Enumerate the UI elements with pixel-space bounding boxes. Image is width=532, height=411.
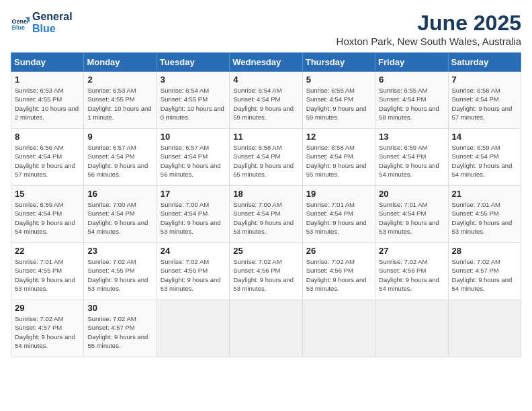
table-row: 16 Sunrise: 7:00 AM Sunset: 4:54 PM Dayl… (84, 186, 157, 243)
day-info: Sunrise: 6:57 AM Sunset: 4:54 PM Dayligh… (87, 143, 152, 179)
day-info: Sunrise: 7:01 AM Sunset: 4:55 PM Dayligh… (15, 257, 80, 293)
calendar-row: 8 Sunrise: 6:56 AM Sunset: 4:54 PM Dayli… (11, 129, 521, 186)
day-info: Sunrise: 6:59 AM Sunset: 4:54 PM Dayligh… (452, 143, 517, 179)
day-info: Sunrise: 7:02 AM Sunset: 4:57 PM Dayligh… (452, 257, 517, 293)
day-number: 5 (306, 75, 371, 85)
logo-line2: Blue (32, 23, 73, 35)
table-row: 28 Sunrise: 7:02 AM Sunset: 4:57 PM Dayl… (448, 243, 521, 300)
day-info: Sunrise: 6:56 AM Sunset: 4:54 PM Dayligh… (452, 86, 517, 122)
col-saturday: Saturday (448, 53, 521, 72)
day-info: Sunrise: 6:53 AM Sunset: 4:55 PM Dayligh… (15, 86, 80, 122)
day-number: 25 (233, 246, 298, 256)
header-row: Sunday Monday Tuesday Wednesday Thursday… (11, 53, 521, 72)
day-number: 14 (452, 132, 517, 142)
day-number: 8 (15, 132, 80, 142)
logo: General Blue General Blue (11, 11, 73, 35)
table-row: 14 Sunrise: 6:59 AM Sunset: 4:54 PM Dayl… (448, 129, 521, 186)
calendar-row: 29 Sunrise: 7:02 AM Sunset: 4:57 PM Dayl… (11, 300, 521, 357)
calendar-table: Sunday Monday Tuesday Wednesday Thursday… (11, 52, 521, 357)
table-row: 20 Sunrise: 7:01 AM Sunset: 4:54 PM Dayl… (375, 186, 448, 243)
empty-cell (157, 300, 229, 357)
col-monday: Monday (84, 53, 157, 72)
day-info: Sunrise: 6:57 AM Sunset: 4:54 PM Dayligh… (161, 143, 226, 179)
table-row: 2 Sunrise: 6:53 AM Sunset: 4:55 PM Dayli… (84, 72, 157, 129)
day-number: 15 (15, 189, 80, 199)
day-info: Sunrise: 7:00 AM Sunset: 4:54 PM Dayligh… (233, 200, 298, 236)
day-number: 23 (87, 246, 152, 256)
day-info: Sunrise: 6:56 AM Sunset: 4:54 PM Dayligh… (15, 143, 80, 179)
table-row: 6 Sunrise: 6:55 AM Sunset: 4:54 PM Dayli… (375, 72, 448, 129)
table-row: 13 Sunrise: 6:59 AM Sunset: 4:54 PM Dayl… (375, 129, 448, 186)
day-info: Sunrise: 6:54 AM Sunset: 4:55 PM Dayligh… (161, 86, 226, 122)
day-number: 7 (452, 75, 517, 85)
calendar-subtitle: Hoxton Park, New South Wales, Australia (337, 36, 521, 47)
table-row: 7 Sunrise: 6:56 AM Sunset: 4:54 PM Dayli… (448, 72, 521, 129)
table-row: 26 Sunrise: 7:02 AM Sunset: 4:56 PM Dayl… (302, 243, 375, 300)
day-number: 3 (161, 75, 226, 85)
day-info: Sunrise: 7:02 AM Sunset: 4:57 PM Dayligh… (15, 314, 80, 350)
day-number: 1 (15, 75, 80, 85)
table-row: 4 Sunrise: 6:54 AM Sunset: 4:54 PM Dayli… (230, 72, 302, 129)
table-row: 23 Sunrise: 7:02 AM Sunset: 4:55 PM Dayl… (84, 243, 157, 300)
page-header: General Blue General Blue June 2025 Hoxt… (11, 11, 521, 47)
empty-cell (375, 300, 448, 357)
day-info: Sunrise: 6:58 AM Sunset: 4:54 PM Dayligh… (306, 143, 371, 179)
day-number: 29 (15, 303, 80, 313)
calendar-row: 15 Sunrise: 6:59 AM Sunset: 4:54 PM Dayl… (11, 186, 521, 243)
table-row: 19 Sunrise: 7:01 AM Sunset: 4:54 PM Dayl… (302, 186, 375, 243)
day-info: Sunrise: 6:55 AM Sunset: 4:54 PM Dayligh… (379, 86, 444, 122)
day-info: Sunrise: 6:55 AM Sunset: 4:54 PM Dayligh… (306, 86, 371, 122)
day-info: Sunrise: 6:59 AM Sunset: 4:54 PM Dayligh… (15, 200, 80, 236)
calendar-title: June 2025 (337, 11, 521, 36)
logo-line1: General (32, 11, 73, 23)
table-row: 25 Sunrise: 7:02 AM Sunset: 4:56 PM Dayl… (230, 243, 302, 300)
day-number: 6 (379, 75, 444, 85)
day-number: 22 (15, 246, 80, 256)
table-row: 10 Sunrise: 6:57 AM Sunset: 4:54 PM Dayl… (157, 129, 229, 186)
day-number: 2 (87, 75, 152, 85)
table-row: 29 Sunrise: 7:02 AM Sunset: 4:57 PM Dayl… (11, 300, 84, 357)
table-row: 5 Sunrise: 6:55 AM Sunset: 4:54 PM Dayli… (302, 72, 375, 129)
table-row: 21 Sunrise: 7:01 AM Sunset: 4:55 PM Dayl… (448, 186, 521, 243)
title-area: June 2025 Hoxton Park, New South Wales, … (337, 11, 521, 47)
table-row: 18 Sunrise: 7:00 AM Sunset: 4:54 PM Dayl… (230, 186, 302, 243)
day-info: Sunrise: 6:59 AM Sunset: 4:54 PM Dayligh… (379, 143, 444, 179)
col-sunday: Sunday (11, 53, 84, 72)
logo-icon: General Blue (11, 13, 30, 32)
table-row: 27 Sunrise: 7:02 AM Sunset: 4:56 PM Dayl… (375, 243, 448, 300)
day-number: 12 (306, 132, 371, 142)
day-number: 13 (379, 132, 444, 142)
empty-cell (448, 300, 521, 357)
day-info: Sunrise: 7:02 AM Sunset: 4:55 PM Dayligh… (87, 257, 152, 293)
day-info: Sunrise: 7:02 AM Sunset: 4:55 PM Dayligh… (161, 257, 226, 293)
calendar-row: 1 Sunrise: 6:53 AM Sunset: 4:55 PM Dayli… (11, 72, 521, 129)
col-tuesday: Tuesday (157, 53, 229, 72)
table-row: 30 Sunrise: 7:02 AM Sunset: 4:57 PM Dayl… (84, 300, 157, 357)
day-info: Sunrise: 7:00 AM Sunset: 4:54 PM Dayligh… (87, 200, 152, 236)
table-row: 17 Sunrise: 7:00 AM Sunset: 4:54 PM Dayl… (157, 186, 229, 243)
table-row: 8 Sunrise: 6:56 AM Sunset: 4:54 PM Dayli… (11, 129, 84, 186)
col-wednesday: Wednesday (230, 53, 302, 72)
day-info: Sunrise: 7:01 AM Sunset: 4:54 PM Dayligh… (379, 200, 444, 236)
day-number: 28 (452, 246, 517, 256)
day-info: Sunrise: 7:02 AM Sunset: 4:56 PM Dayligh… (379, 257, 444, 293)
day-info: Sunrise: 7:01 AM Sunset: 4:55 PM Dayligh… (452, 200, 517, 236)
day-info: Sunrise: 6:54 AM Sunset: 4:54 PM Dayligh… (233, 86, 298, 122)
table-row: 9 Sunrise: 6:57 AM Sunset: 4:54 PM Dayli… (84, 129, 157, 186)
day-number: 21 (452, 189, 517, 199)
day-info: Sunrise: 7:01 AM Sunset: 4:54 PM Dayligh… (306, 200, 371, 236)
day-info: Sunrise: 7:02 AM Sunset: 4:56 PM Dayligh… (233, 257, 298, 293)
day-number: 24 (161, 246, 226, 256)
day-number: 17 (161, 189, 226, 199)
day-number: 10 (161, 132, 226, 142)
empty-cell (302, 300, 375, 357)
svg-text:Blue: Blue (11, 24, 25, 31)
table-row: 12 Sunrise: 6:58 AM Sunset: 4:54 PM Dayl… (302, 129, 375, 186)
day-info: Sunrise: 7:00 AM Sunset: 4:54 PM Dayligh… (161, 200, 226, 236)
table-row: 22 Sunrise: 7:01 AM Sunset: 4:55 PM Dayl… (11, 243, 84, 300)
day-number: 18 (233, 189, 298, 199)
day-number: 27 (379, 246, 444, 256)
day-number: 20 (379, 189, 444, 199)
table-row: 3 Sunrise: 6:54 AM Sunset: 4:55 PM Dayli… (157, 72, 229, 129)
day-info: Sunrise: 7:02 AM Sunset: 4:57 PM Dayligh… (87, 314, 152, 350)
